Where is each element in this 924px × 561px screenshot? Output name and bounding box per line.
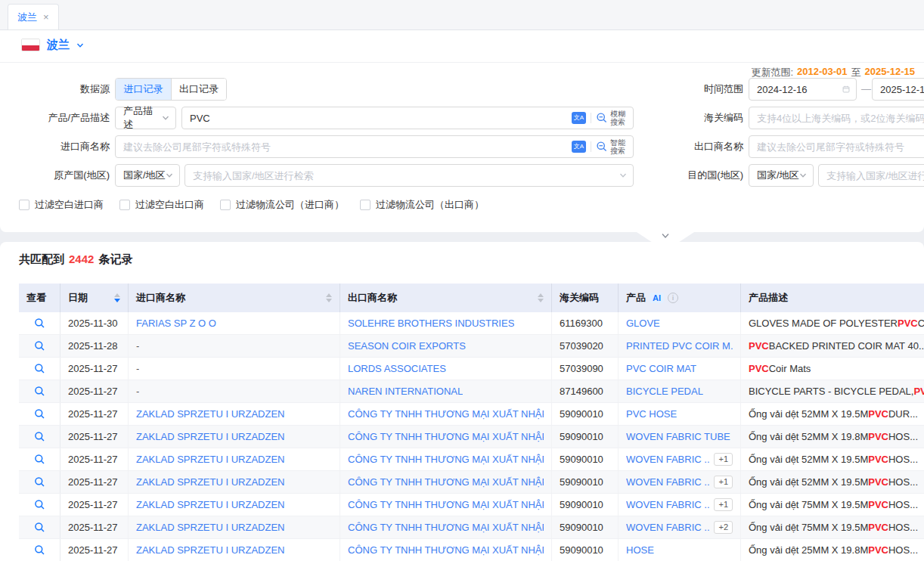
destination-type-select[interactable]: 国家/地区 bbox=[749, 164, 814, 187]
hs-code-cell: 57039020 bbox=[552, 335, 619, 357]
filter-logistics-importer-checkbox[interactable]: 过滤物流公司（进口商） bbox=[220, 198, 344, 212]
product-link[interactable]: WOVEN FABRIC ... bbox=[626, 454, 709, 465]
collapse-panel-button[interactable] bbox=[637, 232, 694, 242]
more-products-badge[interactable]: +1 bbox=[714, 476, 733, 488]
checkbox-icon[interactable] bbox=[19, 200, 29, 210]
view-record-button[interactable] bbox=[19, 448, 60, 470]
origin-type-select[interactable]: 国家/地区 bbox=[115, 164, 180, 187]
view-record-button[interactable] bbox=[19, 516, 60, 538]
origin-country-field[interactable] bbox=[184, 164, 634, 187]
importer-link[interactable]: ZAKLAD SPRZETU I URZADZEN bbox=[136, 431, 284, 442]
exporter-link[interactable]: CÔNG TY TNHH THƯƠNG MẠI XUẤT NHẬP... bbox=[348, 476, 544, 488]
view-record-button[interactable] bbox=[19, 358, 60, 380]
tab-poland[interactable]: 波兰 × bbox=[8, 4, 59, 29]
fuzzy-search-button[interactable]: 模糊搜索 bbox=[596, 110, 625, 126]
date-cell: 2025-11-27 bbox=[60, 471, 129, 493]
close-icon[interactable]: × bbox=[43, 12, 49, 22]
info-icon[interactable]: i bbox=[668, 293, 678, 303]
product-type-select[interactable]: 产品描述 bbox=[115, 107, 176, 129]
view-record-button[interactable] bbox=[19, 494, 60, 516]
product-link[interactable]: WOVEN FABRIC ... bbox=[626, 499, 709, 510]
country-selector[interactable]: 波兰 bbox=[21, 38, 84, 52]
exporter-link[interactable]: CÔNG TY TNHH THƯƠNG MẠI XUẤT NHẬP... bbox=[348, 431, 544, 442]
product-link[interactable]: HOSE bbox=[626, 544, 654, 556]
product-link[interactable]: WOVEN FABRIC ... bbox=[626, 476, 709, 488]
sort-importer-control[interactable] bbox=[326, 293, 332, 302]
importer-link[interactable]: ZAKLAD SPRZETU I URZADZEN bbox=[136, 476, 284, 488]
filter-logistics-exporter-checkbox[interactable]: 过滤物流公司（出口商） bbox=[360, 198, 484, 212]
view-magnifier-icon bbox=[34, 431, 45, 442]
hs-code-input[interactable] bbox=[757, 107, 924, 129]
product-link[interactable]: PVC HOSE bbox=[626, 408, 677, 420]
product-link[interactable]: BICYCLE PEDAL bbox=[626, 386, 703, 397]
product-link[interactable]: PVC COIR MAT bbox=[626, 363, 696, 374]
hs-code-cell: 59090010 bbox=[552, 539, 619, 561]
product-link[interactable]: WOVEN FABRIC TUBE bbox=[626, 431, 730, 442]
filter-blank-exporter-checkbox[interactable]: 过滤空白出口商 bbox=[119, 198, 204, 212]
column-header-importer: 进口商名称 bbox=[129, 284, 340, 312]
date-cell: 2025-11-27 bbox=[60, 448, 129, 470]
importer-link[interactable]: ZAKLAD SPRZETU I URZADZEN bbox=[136, 522, 284, 533]
divider bbox=[591, 113, 591, 123]
description-cell: BICYCLE PARTS - BICYCLE PEDAL, PVC bbox=[741, 380, 924, 402]
product-link[interactable]: GLOVE bbox=[626, 318, 660, 329]
date-end-input[interactable] bbox=[880, 84, 924, 95]
sort-date-control[interactable] bbox=[114, 293, 120, 302]
importer-link[interactable]: ZAKLAD SPRZETU I URZADZEN bbox=[136, 544, 284, 556]
exporter-link[interactable]: CÔNG TY TNHH THƯƠNG MẠI XUẤT NHẬP... bbox=[348, 522, 544, 533]
smart-search-button[interactable]: 智能搜索 bbox=[596, 138, 625, 155]
view-record-button[interactable] bbox=[19, 312, 60, 334]
filter-blank-importer-checkbox[interactable]: 过滤空白进口商 bbox=[19, 198, 104, 212]
view-magnifier-icon bbox=[34, 408, 45, 420]
view-record-button[interactable] bbox=[19, 335, 60, 357]
product-input[interactable] bbox=[190, 107, 572, 129]
exporter-link[interactable]: LORDS ASSOCIATES bbox=[348, 363, 446, 374]
importer-link[interactable]: ZAKLAD SPRZETU I URZADZEN bbox=[136, 408, 284, 420]
export-records-tab[interactable]: 出口记录 bbox=[171, 79, 226, 100]
view-record-button[interactable] bbox=[19, 403, 60, 425]
date-start-field[interactable] bbox=[749, 78, 857, 101]
exporter-link[interactable]: SEASON COIR EXPORTS bbox=[348, 340, 466, 352]
importer-input[interactable] bbox=[123, 136, 572, 157]
checkbox-icon[interactable] bbox=[119, 200, 130, 210]
view-record-button[interactable] bbox=[19, 471, 60, 493]
view-record-button[interactable] bbox=[19, 426, 60, 448]
exporter-link[interactable]: SOLEHRE BROTHERS INDUSTRIES bbox=[348, 318, 514, 329]
product-link[interactable]: WOVEN FABRIC ... bbox=[626, 522, 709, 533]
exporter-field[interactable] bbox=[749, 135, 924, 158]
product-field[interactable]: 文A 模糊搜索 bbox=[181, 107, 634, 129]
checkbox-icon[interactable] bbox=[220, 200, 231, 210]
exporter-input[interactable] bbox=[757, 136, 924, 157]
more-products-badge[interactable]: +1 bbox=[714, 498, 733, 511]
exporter-link[interactable]: CÔNG TY TNHH THƯƠNG MẠI XUẤT NHẬP... bbox=[348, 544, 544, 556]
sort-exporter-control[interactable] bbox=[538, 293, 544, 302]
destination-country-input[interactable] bbox=[826, 165, 924, 186]
importer-link[interactable]: FARIAS SP Z O O bbox=[136, 318, 216, 329]
view-record-button[interactable] bbox=[19, 539, 60, 561]
checkbox-icon[interactable] bbox=[360, 200, 371, 210]
more-products-badge[interactable]: +1 bbox=[714, 453, 733, 466]
translate-icon[interactable]: 文A bbox=[572, 112, 586, 124]
date-cell: 2025-11-27 bbox=[60, 426, 129, 448]
exporter-link[interactable]: CÔNG TY TNHH THƯƠNG MẠI XUẤT NHẬP... bbox=[348, 454, 544, 465]
ai-badge: AI bbox=[650, 293, 664, 303]
view-record-button[interactable] bbox=[19, 380, 60, 402]
translate-icon[interactable]: 文A bbox=[572, 141, 586, 153]
origin-country-input[interactable] bbox=[193, 165, 619, 186]
date-start-input[interactable] bbox=[757, 84, 829, 95]
importer-link[interactable]: ZAKLAD SPRZETU I URZADZEN bbox=[136, 499, 284, 510]
import-records-tab[interactable]: 进口记录 bbox=[116, 79, 171, 100]
hs-code-field[interactable] bbox=[749, 107, 924, 129]
exporter-link[interactable]: NAREN INTERNATIONAL bbox=[348, 386, 463, 397]
exporter-link[interactable]: CÔNG TY TNHH THƯƠNG MẠI XUẤT NHẬP... bbox=[348, 499, 544, 510]
product-link[interactable]: PRINTED PVC COIR M... bbox=[626, 340, 733, 352]
destination-country-field[interactable] bbox=[818, 164, 924, 187]
importer-field[interactable]: 文A 智能搜索 bbox=[115, 135, 634, 158]
date-end-field[interactable] bbox=[872, 78, 924, 101]
search-panel: 波兰 更新范围: 2012-03-01 至 2025-12-15 数据源 进口记… bbox=[0, 30, 924, 232]
importer-link[interactable]: ZAKLAD SPRZETU I URZADZEN bbox=[136, 454, 284, 465]
more-products-badge[interactable]: +2 bbox=[714, 521, 733, 534]
description-cell: Ống vải dệt 75MM X 19.5M PVC HOS... bbox=[741, 516, 924, 538]
divider bbox=[591, 141, 591, 152]
exporter-link[interactable]: CÔNG TY TNHH THƯƠNG MẠI XUẤT NHẬP... bbox=[348, 408, 544, 420]
